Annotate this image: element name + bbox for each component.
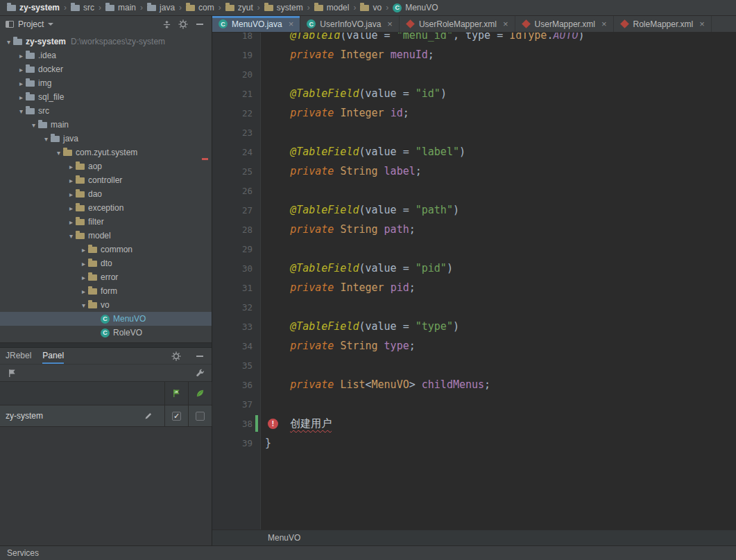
line-number[interactable]: 35	[212, 360, 261, 371]
line-number[interactable]: 31	[212, 283, 261, 293]
line-number[interactable]: 30	[212, 263, 261, 274]
edit-pencil-icon[interactable]	[142, 410, 155, 422]
hide-panel-icon[interactable]	[194, 18, 206, 30]
line-number[interactable]: 34	[212, 341, 261, 351]
wrench-icon[interactable]	[194, 367, 206, 379]
jrebel-hide-icon[interactable]	[194, 350, 206, 362]
breadcrumb-item-com[interactable]: com	[185, 3, 216, 12]
tree-item-aop[interactable]: ▸aop	[0, 159, 212, 173]
tree-item-docker[interactable]: ▸docker	[0, 62, 212, 76]
line-number[interactable]: 33	[212, 322, 261, 332]
line-number[interactable]: 37	[212, 399, 261, 410]
line-number[interactable]: 39	[212, 438, 261, 448]
tree-item-main[interactable]: ▾main	[0, 118, 212, 132]
code-line-18[interactable]: 18 @TableId(value = "menu_id", type = Id…	[212, 33, 736, 45]
line-number[interactable]: 22	[212, 108, 261, 119]
breadcrumb-class[interactable]: MenuVO	[268, 533, 300, 543]
line-number[interactable]: 26	[212, 186, 261, 196]
jrebel-project-row[interactable]: zy-system	[0, 405, 212, 427]
line-number[interactable]: 32	[212, 302, 261, 313]
code-line-33[interactable]: 33 @TableField(value = "type")	[212, 317, 736, 336]
chevron-right-icon[interactable]: ▸	[79, 288, 88, 295]
close-icon[interactable]: ×	[289, 19, 294, 29]
breadcrumb-item-java[interactable]: java	[146, 3, 176, 12]
jrebel-remote-column-header[interactable]	[189, 382, 212, 405]
breadcrumb-item-system[interactable]: system	[263, 3, 305, 12]
code-line-39[interactable]: 39}	[212, 433, 736, 453]
close-icon[interactable]: ×	[503, 19, 508, 29]
jrebel-logo-icon[interactable]	[6, 367, 18, 379]
tree-item-common[interactable]: ▸common	[0, 243, 212, 256]
code-line-32[interactable]: 32	[212, 297, 736, 317]
chevron-right-icon[interactable]: ▸	[17, 52, 26, 60]
close-icon[interactable]: ×	[387, 19, 393, 29]
chevron-down-icon[interactable]: ▾	[54, 149, 63, 157]
project-view-selector[interactable]: Project	[6, 19, 53, 29]
services-toolwindow-button[interactable]: Services	[7, 548, 39, 558]
chevron-down-icon[interactable]: ▾	[42, 135, 51, 143]
breadcrumb-item-zy-system[interactable]: zy-system	[6, 3, 61, 12]
chevron-right-icon[interactable]: ▸	[79, 260, 88, 268]
code-line-35[interactable]: 35	[212, 356, 736, 375]
chevron-down-icon[interactable]: ▾	[67, 232, 76, 240]
code-line-28[interactable]: 28 private String path;	[212, 220, 736, 239]
tree-item-vo[interactable]: ▾vo	[0, 298, 212, 312]
line-number[interactable]: 25	[212, 166, 261, 177]
jrebel-remote-checkbox[interactable]	[196, 412, 205, 421]
code-line-26[interactable]: 26	[212, 181, 736, 200]
code-line-34[interactable]: 34 private String type;	[212, 336, 736, 356]
code-line-37[interactable]: 37	[212, 394, 736, 414]
line-number[interactable]: 18	[212, 33, 261, 41]
code-line-36[interactable]: 36 private List<MenuVO> childMenus;	[212, 375, 736, 394]
line-number[interactable]: 27	[212, 205, 261, 216]
tree-item-dao[interactable]: ▸dao	[0, 187, 212, 201]
chevron-right-icon[interactable]: ▸	[67, 163, 76, 170]
tree-item-error[interactable]: ▸error	[0, 270, 212, 284]
chevron-right-icon[interactable]: ▸	[67, 191, 76, 198]
code-line-38[interactable]: 38! 创建用户	[212, 414, 736, 433]
editor-tab-UserRoleMapper.xml[interactable]: UserRoleMapper.xml×	[400, 16, 515, 32]
code-line-21[interactable]: 21 @TableField(value = "id")	[212, 84, 736, 103]
code-editor[interactable]: 18 @TableId(value = "menu_id", type = Id…	[212, 33, 736, 530]
code-line-20[interactable]: 20	[212, 64, 736, 84]
code-line-27[interactable]: 27 @TableField(value = "path")	[212, 200, 736, 220]
editor-tab-UserMapper.xml[interactable]: UserMapper.xml×	[515, 16, 614, 32]
code-line-19[interactable]: 19 private Integer menuId;	[212, 45, 736, 64]
line-number[interactable]: 28	[212, 225, 261, 235]
code-line-22[interactable]: 22 private Integer id;	[212, 103, 736, 123]
jrebel-enable-checkbox[interactable]	[172, 412, 181, 421]
line-number[interactable]: 29	[212, 244, 261, 254]
breadcrumb-item-src[interactable]: src	[69, 3, 96, 12]
editor-tab-UserInfoVO.java[interactable]: CUserInfoVO.java×	[300, 16, 400, 32]
jrebel-flag-column-header[interactable]: JR	[165, 382, 189, 405]
tree-item-img[interactable]: ▸img	[0, 76, 212, 90]
tree-item-MenuVO[interactable]: CMenuVO	[0, 312, 212, 326]
code-line-31[interactable]: 31 private Integer pid;	[212, 278, 736, 297]
breadcrumb-item-MenuVO[interactable]: CMenuVO	[391, 3, 439, 12]
chevron-right-icon[interactable]: ▸	[79, 246, 88, 254]
code-line-23[interactable]: 23	[212, 123, 736, 142]
jrebel-settings-gear-icon[interactable]	[170, 350, 182, 362]
line-number[interactable]: 19	[212, 50, 261, 60]
breadcrumb-item-main[interactable]: main	[104, 3, 137, 12]
tab-panel[interactable]: Panel	[42, 348, 64, 364]
chevron-right-icon[interactable]: ▸	[17, 66, 26, 73]
collapse-all-icon[interactable]	[160, 18, 173, 30]
tree-item-exception[interactable]: ▸exception	[0, 201, 212, 215]
tab-jrebel[interactable]: JRebel	[6, 348, 31, 364]
tree-item-dto[interactable]: ▸dto	[0, 256, 212, 270]
code-line-30[interactable]: 30 @TableField(value = "pid")	[212, 259, 736, 278]
tree-item-src[interactable]: ▾src	[0, 104, 212, 118]
code-line-29[interactable]: 29	[212, 239, 736, 259]
tree-item-zy-system[interactable]: ▾zy-systemD:\workspaces\zy-system	[0, 35, 212, 49]
chevron-down-icon[interactable]: ▾	[29, 121, 38, 129]
editor-tab-RoleMapper.xml[interactable]: RoleMapper.xml×	[614, 16, 712, 32]
code-line-24[interactable]: 24 @TableField(value = "label")	[212, 142, 736, 161]
close-icon[interactable]: ×	[601, 19, 607, 29]
breadcrumb-item-vo[interactable]: vo	[359, 3, 383, 12]
close-icon[interactable]: ×	[699, 19, 705, 29]
tree-item-.idea[interactable]: ▸.idea	[0, 49, 212, 62]
line-number[interactable]: 24	[212, 147, 261, 157]
tree-item-sql_file[interactable]: ▸sql_file	[0, 90, 212, 104]
chevron-right-icon[interactable]: ▸	[67, 177, 76, 184]
